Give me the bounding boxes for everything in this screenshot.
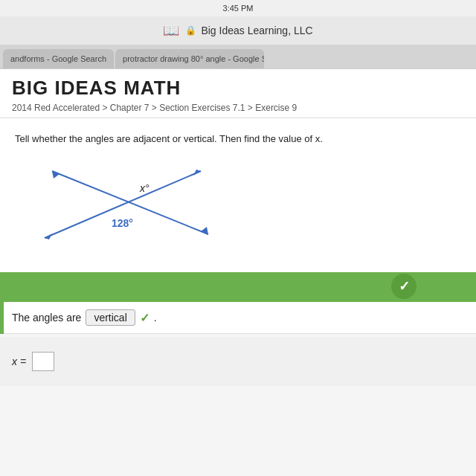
bottom-section: x = <box>0 337 476 386</box>
svg-marker-2 <box>45 234 52 239</box>
x-input[interactable] <box>32 352 54 371</box>
bim-title: BIG IDEAS MATH <box>12 77 464 100</box>
left-accent-bar <box>0 300 4 334</box>
browser-chrome: 📖 🔒 Big Ideas Learning, LLC andforms - G… <box>0 16 476 69</box>
exercise-content: Tell whether the angles are adjacent or … <box>0 118 476 272</box>
svg-text:128°: 128° <box>112 217 133 229</box>
x-equals-row: x = <box>12 352 464 371</box>
svg-marker-1 <box>193 170 201 176</box>
site-title: Big Ideas Learning, LLC <box>201 25 312 36</box>
answer-row: The angles are vertical ✓ . <box>0 300 476 334</box>
check-icon: ✓ <box>399 278 410 295</box>
breadcrumb: 2014 Red Accelerated > Chapter 7 > Secti… <box>12 103 464 113</box>
answer-dot: . <box>154 312 157 324</box>
title-bar-text: 🔒 Big Ideas Learning, LLC <box>185 25 312 36</box>
status-bar: 3:45 PM <box>0 0 476 16</box>
content-area: BIG IDEAS MATH 2014 Red Accelerated > Ch… <box>0 69 476 476</box>
title-bar: 📖 🔒 Big Ideas Learning, LLC <box>0 16 476 45</box>
answer-label: The angles are <box>12 312 81 324</box>
tab-1[interactable]: protractor drawing 80° angle - Google Se… <box>115 49 264 68</box>
bim-header: BIG IDEAS MATH 2014 Red Accelerated > Ch… <box>0 69 476 118</box>
angle-diagram: x° 128° <box>30 156 223 253</box>
svg-text:x°: x° <box>139 182 149 194</box>
diagram-container: x° 128° <box>30 156 223 253</box>
tab-0[interactable]: andforms - Google Search <box>3 49 114 68</box>
answer-value[interactable]: vertical <box>86 309 135 326</box>
x-equals-label: x = <box>12 356 26 367</box>
tab-1-label: protractor drawing 80° angle - Google Se… <box>123 54 264 63</box>
book-icon: 📖 <box>163 22 179 39</box>
status-time: 3:45 PM <box>223 4 254 13</box>
answer-section: The angles are vertical ✓ . <box>0 300 476 334</box>
check-bar: ✓ <box>0 272 476 300</box>
tab-0-label: andforms - Google Search <box>10 54 106 63</box>
check-circle-button[interactable]: ✓ <box>391 274 416 299</box>
exercise-instruction: Tell whether the angles are adjacent or … <box>15 133 461 144</box>
tabs-bar: andforms - Google Search protractor draw… <box>0 45 476 68</box>
lock-icon: 🔒 <box>185 25 196 36</box>
answer-check-mark: ✓ <box>140 311 149 325</box>
